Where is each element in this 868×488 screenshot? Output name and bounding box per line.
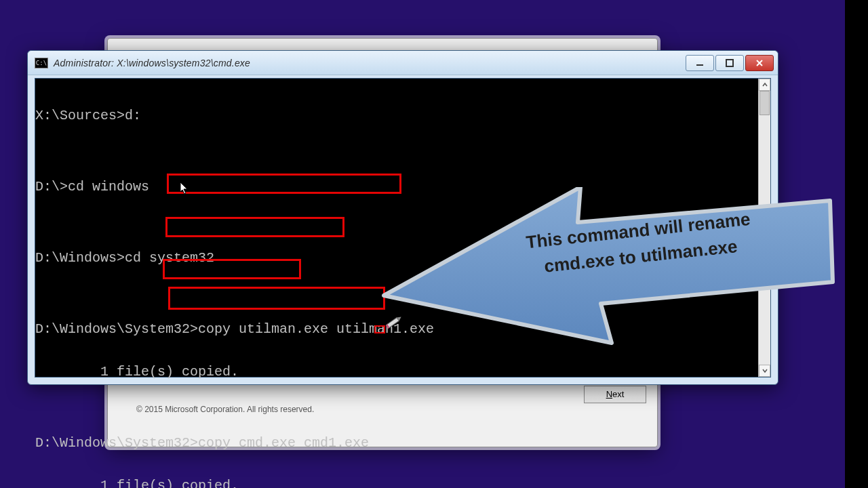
annotation-marker [374, 325, 385, 333]
terminal-client-area: X:\Sources>d: D:\>cd windows D:\Windows>… [35, 78, 771, 378]
svg-rect-1 [726, 60, 733, 66]
scroll-down-button[interactable] [759, 365, 770, 377]
vertical-scrollbar[interactable] [758, 79, 770, 377]
scroll-thumb[interactable] [760, 91, 770, 115]
terminal-line: 1 file(s) copied. [35, 365, 758, 379]
terminal-line: D:\Windows\System32>copy cmd.exe cmd1.ex… [35, 436, 758, 450]
maximize-button[interactable] [715, 55, 744, 71]
chevron-down-icon [762, 368, 768, 373]
maximize-icon [726, 59, 734, 67]
svg-rect-0 [696, 64, 703, 66]
scroll-track[interactable] [759, 91, 770, 365]
chevron-up-icon [762, 82, 768, 87]
terminal-line: X:\Sources>d: [35, 108, 758, 123]
terminal-line: 1 file(s) copied. [35, 479, 758, 488]
cmd-icon: C:\ [35, 58, 48, 68]
window-title: Administrator: X:\windows\system32\cmd.e… [54, 58, 686, 68]
terminal-line: D:\Windows>cd system32 [35, 251, 758, 265]
terminal-line: D:\>cd windows [35, 180, 758, 194]
close-icon [755, 59, 764, 67]
close-button[interactable] [745, 55, 774, 71]
titlebar[interactable]: C:\ Administrator: X:\windows\system32\c… [28, 51, 778, 75]
minimize-icon [696, 59, 704, 67]
scroll-up-button[interactable] [759, 79, 770, 91]
cmd-window: C:\ Administrator: X:\windows\system32\c… [27, 50, 778, 385]
minimize-button[interactable] [686, 55, 714, 71]
